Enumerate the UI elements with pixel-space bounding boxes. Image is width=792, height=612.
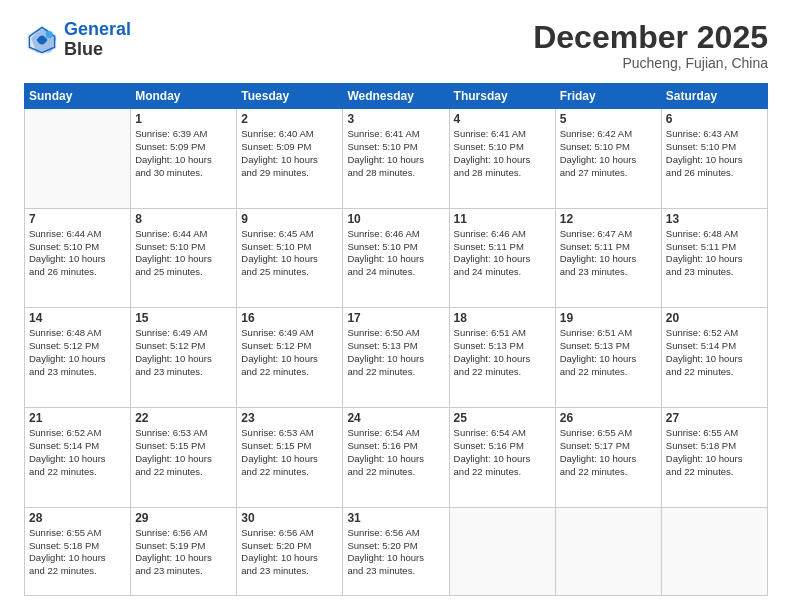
day-info: Sunrise: 6:41 AM Sunset: 5:10 PM Dayligh… xyxy=(347,128,444,179)
day-cell: 27Sunrise: 6:55 AM Sunset: 5:18 PM Dayli… xyxy=(661,408,767,508)
day-cell: 25Sunrise: 6:54 AM Sunset: 5:16 PM Dayli… xyxy=(449,408,555,508)
day-info: Sunrise: 6:56 AM Sunset: 5:19 PM Dayligh… xyxy=(135,527,232,578)
day-info: Sunrise: 6:56 AM Sunset: 5:20 PM Dayligh… xyxy=(241,527,338,578)
day-header-wednesday: Wednesday xyxy=(343,84,449,109)
location: Pucheng, Fujian, China xyxy=(533,55,768,71)
day-cell: 28Sunrise: 6:55 AM Sunset: 5:18 PM Dayli… xyxy=(25,507,131,595)
day-number: 31 xyxy=(347,511,444,525)
day-info: Sunrise: 6:41 AM Sunset: 5:10 PM Dayligh… xyxy=(454,128,551,179)
day-info: Sunrise: 6:47 AM Sunset: 5:11 PM Dayligh… xyxy=(560,228,657,279)
day-cell: 11Sunrise: 6:46 AM Sunset: 5:11 PM Dayli… xyxy=(449,208,555,308)
day-info: Sunrise: 6:48 AM Sunset: 5:12 PM Dayligh… xyxy=(29,327,126,378)
day-number: 10 xyxy=(347,212,444,226)
day-cell: 18Sunrise: 6:51 AM Sunset: 5:13 PM Dayli… xyxy=(449,308,555,408)
page: General Blue December 2025 Pucheng, Fuji… xyxy=(0,0,792,612)
logo-icon xyxy=(24,22,60,58)
day-cell: 16Sunrise: 6:49 AM Sunset: 5:12 PM Dayli… xyxy=(237,308,343,408)
day-info: Sunrise: 6:54 AM Sunset: 5:16 PM Dayligh… xyxy=(347,427,444,478)
day-cell: 13Sunrise: 6:48 AM Sunset: 5:11 PM Dayli… xyxy=(661,208,767,308)
day-number: 14 xyxy=(29,311,126,325)
day-info: Sunrise: 6:44 AM Sunset: 5:10 PM Dayligh… xyxy=(29,228,126,279)
day-info: Sunrise: 6:56 AM Sunset: 5:20 PM Dayligh… xyxy=(347,527,444,578)
day-cell: 21Sunrise: 6:52 AM Sunset: 5:14 PM Dayli… xyxy=(25,408,131,508)
day-number: 20 xyxy=(666,311,763,325)
day-number: 7 xyxy=(29,212,126,226)
day-number: 11 xyxy=(454,212,551,226)
svg-point-3 xyxy=(46,31,53,38)
day-number: 27 xyxy=(666,411,763,425)
day-info: Sunrise: 6:55 AM Sunset: 5:18 PM Dayligh… xyxy=(666,427,763,478)
logo-text: General Blue xyxy=(64,20,131,60)
day-info: Sunrise: 6:44 AM Sunset: 5:10 PM Dayligh… xyxy=(135,228,232,279)
day-number: 16 xyxy=(241,311,338,325)
header: General Blue December 2025 Pucheng, Fuji… xyxy=(24,20,768,71)
day-info: Sunrise: 6:50 AM Sunset: 5:13 PM Dayligh… xyxy=(347,327,444,378)
day-cell: 19Sunrise: 6:51 AM Sunset: 5:13 PM Dayli… xyxy=(555,308,661,408)
day-number: 4 xyxy=(454,112,551,126)
calendar: SundayMondayTuesdayWednesdayThursdayFrid… xyxy=(24,83,768,596)
day-info: Sunrise: 6:52 AM Sunset: 5:14 PM Dayligh… xyxy=(666,327,763,378)
day-number: 8 xyxy=(135,212,232,226)
day-header-friday: Friday xyxy=(555,84,661,109)
day-cell: 26Sunrise: 6:55 AM Sunset: 5:17 PM Dayli… xyxy=(555,408,661,508)
day-info: Sunrise: 6:53 AM Sunset: 5:15 PM Dayligh… xyxy=(135,427,232,478)
day-number: 15 xyxy=(135,311,232,325)
logo-line1: General xyxy=(64,19,131,39)
day-cell: 17Sunrise: 6:50 AM Sunset: 5:13 PM Dayli… xyxy=(343,308,449,408)
day-info: Sunrise: 6:40 AM Sunset: 5:09 PM Dayligh… xyxy=(241,128,338,179)
day-info: Sunrise: 6:45 AM Sunset: 5:10 PM Dayligh… xyxy=(241,228,338,279)
day-cell: 14Sunrise: 6:48 AM Sunset: 5:12 PM Dayli… xyxy=(25,308,131,408)
day-header-sunday: Sunday xyxy=(25,84,131,109)
week-row-4: 21Sunrise: 6:52 AM Sunset: 5:14 PM Dayli… xyxy=(25,408,768,508)
day-number: 23 xyxy=(241,411,338,425)
day-cell: 22Sunrise: 6:53 AM Sunset: 5:15 PM Dayli… xyxy=(131,408,237,508)
day-cell: 20Sunrise: 6:52 AM Sunset: 5:14 PM Dayli… xyxy=(661,308,767,408)
day-number: 3 xyxy=(347,112,444,126)
day-cell: 12Sunrise: 6:47 AM Sunset: 5:11 PM Dayli… xyxy=(555,208,661,308)
day-number: 19 xyxy=(560,311,657,325)
header-row: SundayMondayTuesdayWednesdayThursdayFrid… xyxy=(25,84,768,109)
day-cell: 4Sunrise: 6:41 AM Sunset: 5:10 PM Daylig… xyxy=(449,109,555,209)
day-cell: 15Sunrise: 6:49 AM Sunset: 5:12 PM Dayli… xyxy=(131,308,237,408)
month-year: December 2025 xyxy=(533,20,768,55)
day-number: 29 xyxy=(135,511,232,525)
day-cell: 31Sunrise: 6:56 AM Sunset: 5:20 PM Dayli… xyxy=(343,507,449,595)
week-row-5: 28Sunrise: 6:55 AM Sunset: 5:18 PM Dayli… xyxy=(25,507,768,595)
day-number: 26 xyxy=(560,411,657,425)
day-number: 24 xyxy=(347,411,444,425)
day-cell: 9Sunrise: 6:45 AM Sunset: 5:10 PM Daylig… xyxy=(237,208,343,308)
day-number: 22 xyxy=(135,411,232,425)
day-number: 25 xyxy=(454,411,551,425)
day-info: Sunrise: 6:51 AM Sunset: 5:13 PM Dayligh… xyxy=(454,327,551,378)
day-info: Sunrise: 6:49 AM Sunset: 5:12 PM Dayligh… xyxy=(241,327,338,378)
day-number: 12 xyxy=(560,212,657,226)
day-header-tuesday: Tuesday xyxy=(237,84,343,109)
day-number: 17 xyxy=(347,311,444,325)
day-number: 5 xyxy=(560,112,657,126)
day-cell: 3Sunrise: 6:41 AM Sunset: 5:10 PM Daylig… xyxy=(343,109,449,209)
day-cell: 29Sunrise: 6:56 AM Sunset: 5:19 PM Dayli… xyxy=(131,507,237,595)
day-info: Sunrise: 6:51 AM Sunset: 5:13 PM Dayligh… xyxy=(560,327,657,378)
day-number: 9 xyxy=(241,212,338,226)
day-number: 30 xyxy=(241,511,338,525)
day-number: 6 xyxy=(666,112,763,126)
day-header-monday: Monday xyxy=(131,84,237,109)
day-cell: 2Sunrise: 6:40 AM Sunset: 5:09 PM Daylig… xyxy=(237,109,343,209)
day-number: 28 xyxy=(29,511,126,525)
day-number: 2 xyxy=(241,112,338,126)
day-info: Sunrise: 6:55 AM Sunset: 5:18 PM Dayligh… xyxy=(29,527,126,578)
day-info: Sunrise: 6:54 AM Sunset: 5:16 PM Dayligh… xyxy=(454,427,551,478)
day-header-thursday: Thursday xyxy=(449,84,555,109)
day-number: 18 xyxy=(454,311,551,325)
day-info: Sunrise: 6:39 AM Sunset: 5:09 PM Dayligh… xyxy=(135,128,232,179)
logo: General Blue xyxy=(24,20,131,60)
day-cell: 1Sunrise: 6:39 AM Sunset: 5:09 PM Daylig… xyxy=(131,109,237,209)
day-cell: 24Sunrise: 6:54 AM Sunset: 5:16 PM Dayli… xyxy=(343,408,449,508)
day-cell: 8Sunrise: 6:44 AM Sunset: 5:10 PM Daylig… xyxy=(131,208,237,308)
day-info: Sunrise: 6:55 AM Sunset: 5:17 PM Dayligh… xyxy=(560,427,657,478)
day-number: 1 xyxy=(135,112,232,126)
day-cell xyxy=(661,507,767,595)
day-cell xyxy=(25,109,131,209)
day-info: Sunrise: 6:46 AM Sunset: 5:10 PM Dayligh… xyxy=(347,228,444,279)
week-row-3: 14Sunrise: 6:48 AM Sunset: 5:12 PM Dayli… xyxy=(25,308,768,408)
